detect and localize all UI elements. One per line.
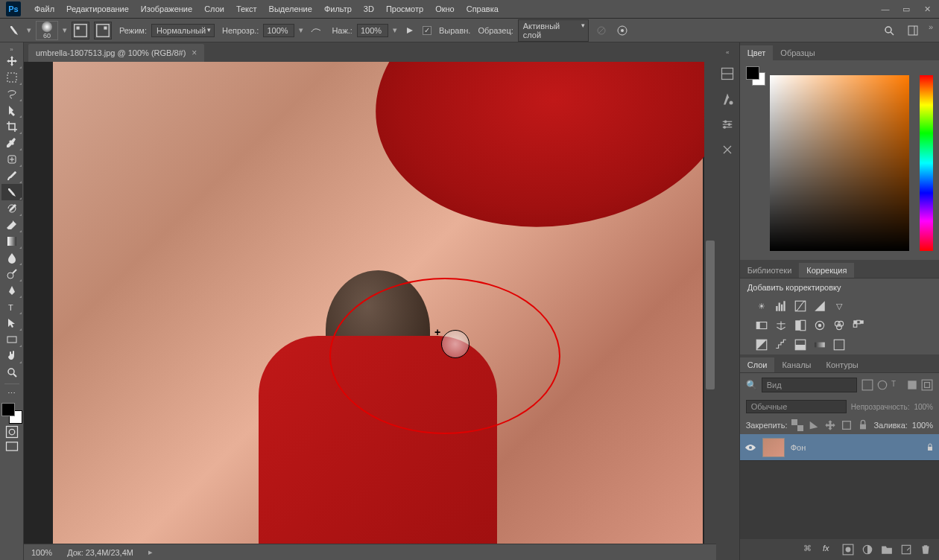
gradient-tool[interactable] [1,233,22,249]
lock-transparency-icon[interactable] [791,419,803,431]
close-document-icon[interactable]: × [192,48,197,58]
history-brush-tool[interactable] [1,200,22,217]
expand-right-icon[interactable]: » [929,22,933,39]
menu-view[interactable]: Просмотр [380,1,429,16]
zoom-tool[interactable] [1,364,22,381]
channel-mixer-adj-icon[interactable] [832,319,846,332]
swatches-tab[interactable]: Образцы [773,45,822,60]
paths-tab[interactable]: Контуры [819,357,866,372]
layer-visibility-icon[interactable] [744,442,756,454]
rectangle-tool[interactable] [1,331,22,348]
clone-source-toggle[interactable] [94,22,112,39]
opacity-pressure-icon[interactable] [308,22,324,39]
menu-edit[interactable]: Редактирование [60,1,135,16]
path-select-tool[interactable] [1,315,22,331]
filter-search-icon[interactable]: 🔍 [746,380,757,390]
threshold-adj-icon[interactable] [794,338,807,351]
brush-preset-picker[interactable]: 60 [36,21,58,40]
filter-adjustment-icon[interactable] [876,379,888,391]
doc-size-display[interactable]: Док: 23,4M/23,4M [67,548,133,557]
close-button[interactable]: ✕ [921,3,933,15]
hand-tool[interactable] [1,348,22,364]
lasso-tool[interactable] [1,86,22,102]
menu-image[interactable]: Изображение [135,1,198,16]
color-tab[interactable]: Цвет [740,45,774,60]
edit-toolbar-icon[interactable]: ⋯ [1,388,22,398]
canvas[interactable]: + [24,62,716,544]
exposure-adj-icon[interactable] [813,299,826,313]
photoshop-logo[interactable]: Ps [6,1,21,16]
fill-value[interactable]: 100% [912,421,933,430]
current-tool-icon[interactable] [6,22,22,39]
vibrance-adj-icon[interactable]: ▽ [832,299,846,313]
tools-preset-icon[interactable] [720,142,735,157]
layer-blend-mode-select[interactable]: Обычные [746,400,847,413]
move-tool[interactable] [1,53,22,69]
layer-name[interactable]: Фон [791,443,920,452]
lock-all-icon[interactable] [857,419,869,431]
search-icon[interactable] [881,22,897,39]
eraser-tool[interactable] [1,217,22,233]
blend-mode-select[interactable]: Нормальный [151,24,215,37]
lock-artboard-icon[interactable] [841,419,853,431]
maximize-button[interactable]: ▭ [900,3,912,15]
flow-input[interactable]: 100% [357,24,388,37]
new-group-icon[interactable] [881,544,893,556]
expand-tools-icon[interactable]: » [1,45,22,53]
quick-mask-icon[interactable] [4,425,19,439]
zoom-display[interactable]: 100% [31,548,52,557]
libraries-tab[interactable]: Библиотеки [740,263,800,278]
eyedropper-tool[interactable] [1,135,22,151]
type-tool[interactable]: T [1,299,22,315]
quick-select-tool[interactable] [1,102,22,118]
delete-layer-icon[interactable] [920,544,932,556]
new-layer-icon[interactable] [900,544,912,556]
opacity-input[interactable]: 100% [263,24,294,37]
healing-tool[interactable] [1,151,22,168]
character-panel-icon[interactable] [720,92,735,106]
adjustments-tab[interactable]: Коррекция [799,263,854,278]
lock-position-icon[interactable] [824,419,836,431]
levels-adj-icon[interactable] [774,299,788,313]
screen-mode-icon[interactable] [4,440,19,454]
layer-opacity-value[interactable]: 100% [914,403,933,411]
crop-tool[interactable] [1,118,22,135]
aligned-checkbox[interactable] [423,26,431,35]
vertical-scrollbar[interactable] [704,62,716,544]
dodge-tool[interactable] [1,266,22,282]
history-panel-icon[interactable] [720,66,735,81]
color-balance-adj-icon[interactable] [774,319,788,332]
posterize-adj-icon[interactable] [774,338,788,351]
menu-window[interactable]: Окно [429,1,461,16]
lock-pixels-icon[interactable] [808,419,820,431]
link-layers-icon[interactable]: ⌘ [803,544,815,556]
layer-row[interactable]: Фон [740,434,939,461]
hue-slider[interactable] [920,75,933,251]
document-tab[interactable]: umbrella-1807513.jpg @ 100% (RGB/8#) × [28,44,204,62]
menu-select[interactable]: Выделение [263,1,318,16]
menu-filter[interactable]: Фильтр [318,1,358,16]
layer-mask-icon[interactable] [842,544,854,556]
filter-type-icon[interactable]: T [891,379,903,391]
pressure-size-icon[interactable] [614,22,630,39]
menu-3d[interactable]: 3D [358,1,380,16]
ignore-adjustment-icon[interactable] [593,22,610,39]
menu-help[interactable]: Справка [461,1,505,16]
layer-filter-select[interactable]: Вид [762,378,857,392]
pen-tool[interactable] [1,282,22,299]
menu-text[interactable]: Текст [230,1,263,16]
layers-tab[interactable]: Слои [740,357,775,372]
clone-stamp-tool[interactable] [1,184,22,200]
filter-smart-icon[interactable] [921,379,933,391]
airbrush-icon[interactable] [402,22,418,39]
brush-tool[interactable] [1,168,22,184]
layer-fx-icon[interactable]: fx [823,544,835,556]
photo-filter-adj-icon[interactable] [813,319,826,332]
expand-strip-icon[interactable]: « [716,48,739,56]
filter-pixel-icon[interactable] [861,379,873,391]
color-picker-field[interactable] [770,75,909,251]
bw-adj-icon[interactable] [794,319,807,332]
selective-color-adj-icon[interactable] [832,338,846,351]
new-adjustment-icon[interactable] [861,544,873,556]
panel-color-swatches[interactable] [746,66,765,86]
